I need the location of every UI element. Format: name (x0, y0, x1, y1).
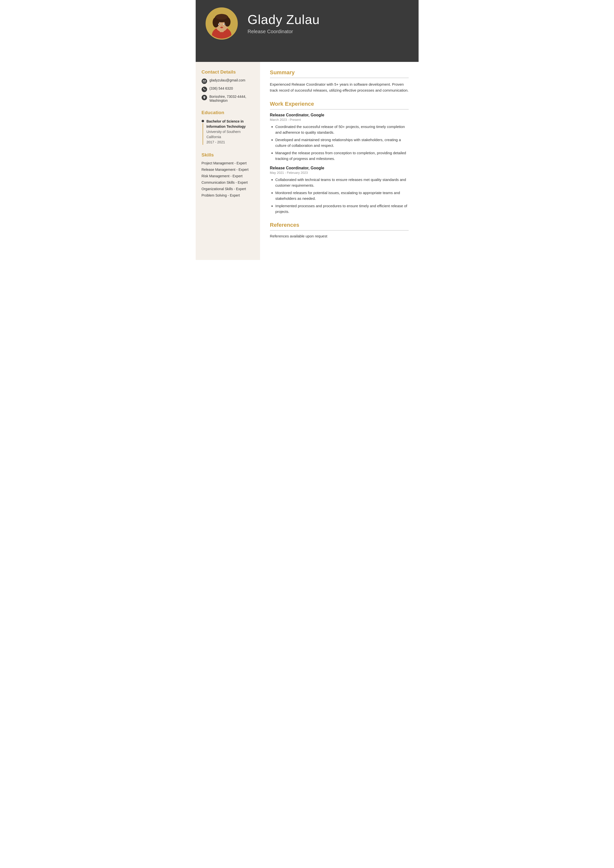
skill-item: Organizational Skills - Expert (202, 187, 254, 191)
job-bullet: Monitored releases for potential issues,… (275, 190, 409, 201)
header-chevron (196, 47, 418, 62)
edu-degree-label: Bachelor of Science in Information Techn… (207, 119, 254, 129)
svg-point-11 (224, 24, 225, 25)
edu-bullet-dot (202, 120, 204, 122)
education-section: Education Bachelor of Science in Informa… (202, 110, 254, 145)
main-layout: Contact Details gladyzulau@gmail.com (196, 62, 418, 260)
job-entry: Release Coordinator, GoogleMay 2021 - Fe… (270, 166, 409, 214)
references-title: References (270, 222, 409, 231)
job-bullet: Implemented processes and procedures to … (275, 203, 409, 214)
job-entry: Release Coordinator, GoogleMarch 2023 - … (270, 113, 409, 161)
resume-header: Glady Zulau Release Coordinator (196, 0, 418, 47)
job-bullet: Coordinated the successful release of 50… (275, 124, 409, 135)
edu-years-text: 2017 - 2021 (207, 140, 254, 145)
job-title: Release Coordinator, Google (270, 166, 409, 170)
education-item: Bachelor of Science in Information Techn… (202, 119, 254, 145)
jobs-list: Release Coordinator, GoogleMarch 2023 - … (270, 113, 409, 214)
svg-point-10 (219, 24, 220, 25)
contact-phone-item: (336) 544 6320 (202, 87, 254, 92)
job-bullets-list: Collaborated with technical teams to ens… (270, 177, 409, 214)
edu-timeline-line (203, 123, 203, 145)
phone-text: (336) 544 6320 (210, 87, 233, 90)
job-date: May 2021 - February 2023 (270, 171, 409, 175)
skill-item: Problem Solving - Expert (202, 193, 254, 197)
job-bullet: Developed and maintained strong relation… (275, 137, 409, 148)
job-bullets-list: Coordinated the successful release of 50… (270, 124, 409, 161)
profile-photo (205, 8, 238, 40)
work-experience-title: Work Experience (270, 101, 409, 109)
header-text-block: Glady Zulau Release Coordinator (248, 12, 320, 34)
edu-field-text: Information Technology (207, 124, 246, 129)
summary-text: Experienced Release Coordinator with 5+ … (270, 81, 409, 93)
candidate-title: Release Coordinator (248, 29, 320, 34)
edu-school-text: University of Southern California (207, 129, 254, 140)
job-date: March 2023 - Present (270, 118, 409, 122)
references-section: References References available upon req… (270, 222, 409, 238)
location-icon (202, 95, 207, 100)
skills-section-title: Skills (202, 152, 254, 158)
address-text: Borisshire, 73032-4444, Washington (210, 95, 246, 102)
svg-point-13 (220, 27, 223, 28)
sidebar: Contact Details gladyzulau@gmail.com (196, 62, 260, 260)
skill-item: Release Management - Expert (202, 167, 254, 172)
summary-section: Summary Experienced Release Coordinator … (270, 69, 409, 93)
email-icon (202, 79, 207, 84)
skill-item: Communication Skills - Expert (202, 180, 254, 184)
email-text: gladyzulau@gmail.com (210, 78, 246, 82)
candidate-name: Glady Zulau (248, 12, 320, 27)
svg-point-12 (221, 25, 222, 26)
contact-section-title: Contact Details (202, 69, 254, 75)
job-title: Release Coordinator, Google (270, 113, 409, 117)
work-experience-section: Work Experience Release Coordinator, Goo… (270, 101, 409, 214)
contact-section: Contact Details gladyzulau@gmail.com (202, 69, 254, 102)
job-bullet: Collaborated with technical teams to ens… (275, 177, 409, 188)
skills-section: Skills Project Management - ExpertReleas… (202, 152, 254, 197)
references-text: References available upon request (270, 234, 409, 238)
skills-list: Project Management - ExpertRelease Manag… (202, 161, 254, 197)
svg-point-7 (216, 14, 228, 20)
contact-email-item: gladyzulau@gmail.com (202, 78, 254, 84)
skill-item: Risk Management - Expert (202, 174, 254, 178)
summary-title: Summary (270, 69, 409, 78)
skill-item: Project Management - Expert (202, 161, 254, 165)
contact-address-item: Borisshire, 73032-4444, Washington (202, 95, 254, 102)
phone-icon (202, 87, 207, 92)
edu-bullet-column (202, 119, 204, 145)
edu-degree-text: Bachelor of Science in (207, 119, 244, 123)
edu-content: Bachelor of Science in Information Techn… (207, 119, 254, 145)
education-section-title: Education (202, 110, 254, 115)
main-content: Summary Experienced Release Coordinator … (260, 62, 418, 260)
job-bullet: Managed the release process from concept… (275, 150, 409, 161)
